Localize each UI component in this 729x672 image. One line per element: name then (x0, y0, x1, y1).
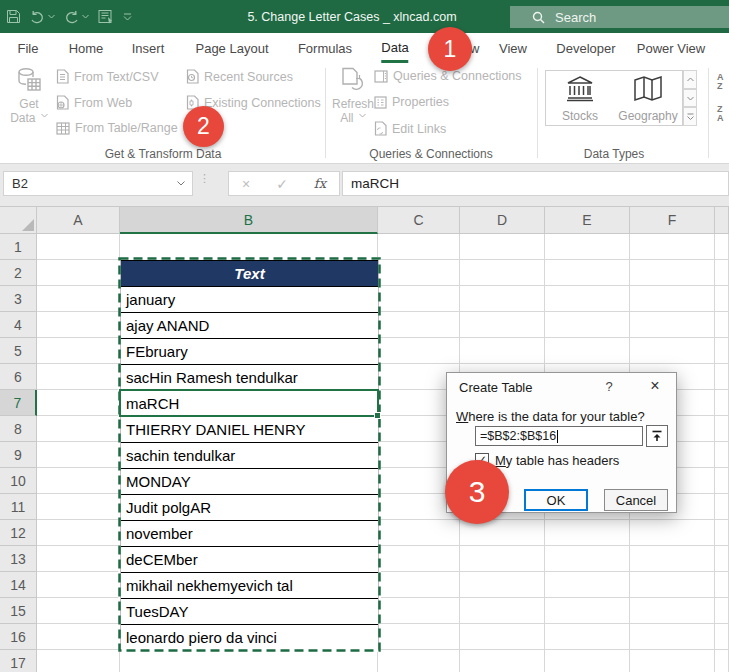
grid-cell[interactable] (460, 234, 545, 260)
grid-cell[interactable] (715, 468, 729, 494)
tab-power-view[interactable]: Power View (637, 33, 705, 63)
dialog-help-icon[interactable]: ? (601, 379, 617, 394)
select-all-corner[interactable] (0, 207, 37, 234)
grid-cell[interactable] (378, 546, 460, 572)
row-header-16[interactable]: 16 (0, 624, 37, 650)
name-box[interactable]: B2 (3, 171, 193, 196)
row-header-2[interactable]: 2 (0, 260, 37, 286)
grid-cell[interactable] (37, 546, 120, 572)
ok-button[interactable]: OK (524, 489, 588, 511)
from-table-range-button[interactable]: From Table/Range (56, 121, 178, 135)
row-header-14[interactable]: 14 (0, 572, 37, 598)
grid-cell[interactable] (715, 624, 729, 650)
save-icon[interactable] (6, 9, 21, 24)
edit-links-button[interactable]: Edit Links (374, 121, 446, 136)
grid-cell[interactable] (460, 338, 545, 364)
row-header-1[interactable]: 1 (0, 234, 37, 260)
redo-dropdown-icon[interactable] (82, 14, 89, 19)
grid-cell[interactable] (715, 390, 729, 416)
grid-cell[interactable] (630, 520, 715, 546)
cancel-button[interactable]: Cancel (604, 489, 668, 511)
grid-cell[interactable] (715, 338, 729, 364)
tab-data[interactable]: Data (381, 33, 408, 63)
grid-cell[interactable] (460, 260, 545, 286)
insert-function-icon[interactable]: fx (314, 176, 326, 191)
grid-cell[interactable] (378, 260, 460, 286)
touch-mode-icon[interactable] (98, 9, 114, 24)
row-header-4[interactable]: 4 (0, 312, 37, 338)
grid-cell[interactable] (715, 442, 729, 468)
grid-cell[interactable] (378, 520, 460, 546)
tab-page-layout[interactable]: Page Layout (195, 33, 268, 63)
column-header-A[interactable]: A (37, 207, 120, 234)
stocks-button[interactable]: Stocks (546, 71, 614, 125)
grid-cell[interactable] (715, 364, 729, 390)
grid-cell[interactable] (37, 442, 120, 468)
properties-button[interactable]: Properties (374, 95, 449, 109)
row-header-3[interactable]: 3 (0, 286, 37, 312)
sort-az-button[interactable]: A Z (717, 73, 724, 91)
grid-cell[interactable] (715, 312, 729, 338)
grid-cell[interactable] (545, 650, 630, 672)
search-box[interactable]: Search (510, 6, 729, 28)
grid-cell[interactable] (545, 546, 630, 572)
grid-cell[interactable] (715, 598, 729, 624)
row-header-5[interactable]: 5 (0, 338, 37, 364)
grid-cell[interactable] (378, 312, 460, 338)
grid-cell[interactable] (37, 494, 120, 520)
grid-cell[interactable] (630, 598, 715, 624)
tab-file[interactable]: File (18, 33, 39, 63)
grid-cell[interactable] (37, 416, 120, 442)
grid-cell[interactable] (715, 650, 729, 672)
grid-cell[interactable] (630, 650, 715, 672)
grid-cell[interactable] (545, 624, 630, 650)
grid-cell[interactable] (37, 572, 120, 598)
grid-cell[interactable] (460, 572, 545, 598)
grid-cell[interactable] (460, 546, 545, 572)
grid-cell[interactable] (37, 338, 120, 364)
tab-developer[interactable]: Developer (556, 33, 615, 63)
column-header-F[interactable]: F (630, 207, 715, 234)
cancel-entry-icon[interactable]: × (242, 176, 250, 192)
grid-cell[interactable] (37, 598, 120, 624)
collapse-dialog-button[interactable] (646, 425, 668, 447)
formula-bar-divider[interactable]: ⋮ (199, 176, 210, 181)
grid-cell[interactable] (37, 624, 120, 650)
grid-cell[interactable] (378, 598, 460, 624)
get-data-button[interactable]: Get Data (6, 67, 52, 125)
document-title[interactable]: 5. Change Letter Cases _ xlncad.com (255, 0, 455, 33)
grid-cell[interactable] (715, 260, 729, 286)
row-header-9[interactable]: 9 (0, 442, 37, 468)
undo-icon[interactable] (30, 10, 45, 24)
row-header-6[interactable]: 6 (0, 364, 37, 390)
grid-cell[interactable] (37, 260, 120, 286)
grid-cell[interactable] (715, 546, 729, 572)
from-web-button[interactable]: From Web (56, 95, 132, 110)
grid-cell[interactable] (378, 650, 460, 672)
customize-qat-icon[interactable] (123, 13, 132, 21)
column-header-partial[interactable] (715, 207, 729, 234)
grid-cell[interactable] (460, 598, 545, 624)
tab-home[interactable]: Home (69, 33, 104, 63)
grid-cell[interactable] (37, 520, 120, 546)
grid-cell[interactable] (37, 364, 120, 390)
dialog-close-icon[interactable]: × (643, 375, 667, 397)
grid-cell[interactable] (545, 260, 630, 286)
row-header-12[interactable]: 12 (0, 520, 37, 546)
grid-cell[interactable] (37, 286, 120, 312)
column-header-D[interactable]: D (460, 207, 545, 234)
from-text-csv-button[interactable]: From Text/CSV (56, 69, 159, 84)
grid-cell[interactable] (378, 338, 460, 364)
grid-cell[interactable] (545, 598, 630, 624)
grid-cell[interactable] (630, 546, 715, 572)
recent-sources-button[interactable]: Recent Sources (186, 69, 293, 84)
grid-cell[interactable] (37, 650, 120, 672)
column-header-C[interactable]: C (378, 207, 460, 234)
grid-cell[interactable] (545, 312, 630, 338)
grid-cell[interactable] (37, 390, 120, 416)
grid-cell[interactable] (630, 286, 715, 312)
sort-za-button[interactable]: Z A (717, 105, 724, 123)
grid-cell[interactable] (545, 338, 630, 364)
grid-cell[interactable] (37, 312, 120, 338)
grid-cell[interactable] (545, 286, 630, 312)
